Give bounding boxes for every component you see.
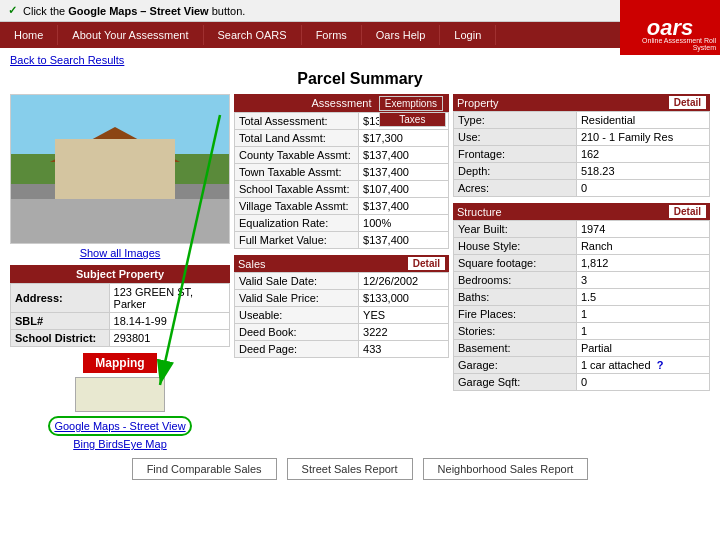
map-placeholder-area: [10, 377, 230, 412]
table-row: Town Taxable Assmt: $137,400: [235, 164, 449, 181]
sale-date-value: 12/26/2002: [359, 273, 449, 290]
structure-title: Structure: [457, 206, 502, 218]
nav-search[interactable]: Search OARS: [204, 25, 302, 45]
table-row: Full Market Value: $137,400: [235, 232, 449, 249]
village-taxable-value: $137,400: [359, 198, 449, 215]
school-district-label: School District:: [11, 330, 110, 347]
assessment-buttons: Exemptions Taxes: [379, 96, 446, 127]
taxes-button[interactable]: Taxes: [379, 112, 446, 127]
sqft-value: 1,812: [576, 255, 709, 272]
town-taxable-value: $137,400: [359, 164, 449, 181]
property-table: Type: Residential Use: 210 - 1 Family Re…: [453, 111, 710, 197]
bing-birds-eye-link[interactable]: Bing BirdsEye Map: [10, 438, 230, 450]
sales-section: Sales Detail Valid Sale Date: 12/26/2002…: [234, 255, 449, 358]
total-land-value: $17,300: [359, 130, 449, 147]
table-row: Equalization Rate: 100%: [235, 215, 449, 232]
table-row: Useable: YES: [235, 307, 449, 324]
nav-about[interactable]: About Your Assessment: [58, 25, 203, 45]
table-row: Baths: 1.5: [454, 289, 710, 306]
type-value: Residential: [576, 112, 709, 129]
table-row: County Taxable Assmt: $137,400: [235, 147, 449, 164]
type-label: Type:: [454, 112, 577, 129]
baths-value: 1.5: [576, 289, 709, 306]
sale-date-label: Valid Sale Date:: [235, 273, 359, 290]
table-row: Total Land Assmt: $17,300: [235, 130, 449, 147]
left-column: Show all Images Subject Property Address…: [10, 94, 230, 450]
county-taxable-label: County Taxable Assmt:: [235, 147, 359, 164]
sbl-label: SBL#: [11, 313, 110, 330]
table-row: Valid Sale Date: 12/26/2002: [235, 273, 449, 290]
town-taxable-label: Town Taxable Assmt:: [235, 164, 359, 181]
property-header: Property Detail: [453, 94, 710, 111]
property-title: Property: [457, 97, 499, 109]
find-comparable-button[interactable]: Find Comparable Sales: [132, 458, 277, 480]
main-content: Back to Search Results Parcel Summary Sh…: [0, 48, 720, 486]
depth-label: Depth:: [454, 163, 577, 180]
bottom-buttons: Find Comparable Sales Street Sales Repor…: [10, 458, 710, 480]
bedrooms-value: 3: [576, 272, 709, 289]
nav-login[interactable]: Login: [440, 25, 496, 45]
logo-subtext: Online Assessment Roll System: [620, 37, 716, 51]
street-sales-button[interactable]: Street Sales Report: [287, 458, 413, 480]
table-row: Valid Sale Price: $133,000: [235, 290, 449, 307]
sqft-label: Square footage:: [454, 255, 577, 272]
house-style-value: Ranch: [576, 238, 709, 255]
frontage-value: 162: [576, 146, 709, 163]
stories-value: 1: [576, 323, 709, 340]
page-title: Parcel Summary: [10, 70, 710, 88]
table-row: Depth: 518.23: [454, 163, 710, 180]
sbl-value: 18.14-1-99: [109, 313, 229, 330]
total-assessment-label: Total Assessment:: [235, 113, 359, 130]
total-land-label: Total Land Assmt:: [235, 130, 359, 147]
google-maps-street-view-link[interactable]: Google Maps - Street View: [54, 420, 185, 432]
property-image: [10, 94, 230, 244]
nav-forms[interactable]: Forms: [302, 25, 362, 45]
acres-value: 0: [576, 180, 709, 197]
house-style-label: House Style:: [454, 238, 577, 255]
neighborhood-sales-button[interactable]: Neighborhood Sales Report: [423, 458, 589, 480]
table-row: Bedrooms: 3: [454, 272, 710, 289]
sale-price-value: $133,000: [359, 290, 449, 307]
instruction-bar: ✓ Click the Google Maps – Street View bu…: [0, 0, 720, 22]
table-row: Acres: 0: [454, 180, 710, 197]
structure-table: Year Built: 1974 House Style: Ranch Squa…: [453, 220, 710, 391]
full-market-value: $137,400: [359, 232, 449, 249]
useable-value: YES: [359, 307, 449, 324]
table-row: School District: 293801: [11, 330, 230, 347]
table-row: Garage: 1 car attached ?: [454, 357, 710, 374]
basement-value: Partial: [576, 340, 709, 357]
school-district-value: 293801: [109, 330, 229, 347]
nav-help[interactable]: Oars Help: [362, 25, 441, 45]
nav-home[interactable]: Home: [0, 25, 58, 45]
table-row: SBL# 18.14-1-99: [11, 313, 230, 330]
exemptions-button[interactable]: Exemptions: [379, 96, 443, 111]
depth-value: 518.23: [576, 163, 709, 180]
back-to-search-link[interactable]: Back to Search Results: [10, 54, 124, 66]
table-row: Year Built: 1974: [454, 221, 710, 238]
middle-column: Assessment Exemptions Taxes Total Assess…: [234, 94, 449, 450]
village-taxable-label: Village Taxable Assmt:: [235, 198, 359, 215]
school-taxable-label: School Taxable Assmt:: [235, 181, 359, 198]
checkmark-icon: ✓: [8, 4, 17, 17]
help-icon[interactable]: ?: [657, 359, 664, 371]
baths-label: Baths:: [454, 289, 577, 306]
table-row: Frontage: 162: [454, 146, 710, 163]
structure-detail-button[interactable]: Detail: [669, 205, 706, 218]
address-label: Address:: [11, 284, 110, 313]
oars-logo: oars Online Assessment Roll System: [620, 0, 720, 55]
subject-property-header: Subject Property: [10, 265, 230, 283]
instruction-text: Click the Google Maps – Street View butt…: [23, 5, 245, 17]
frontage-label: Frontage:: [454, 146, 577, 163]
property-detail-button[interactable]: Detail: [669, 96, 706, 109]
use-label: Use:: [454, 129, 577, 146]
sales-detail-button[interactable]: Detail: [408, 257, 445, 270]
mapping-button[interactable]: Mapping: [83, 353, 156, 373]
year-built-label: Year Built:: [454, 221, 577, 238]
sales-table: Valid Sale Date: 12/26/2002 Valid Sale P…: [234, 272, 449, 358]
mapping-section: Mapping Google Maps - Street View Bing B…: [10, 353, 230, 450]
house-body: [55, 139, 175, 199]
show-all-images-link[interactable]: Show all Images: [10, 247, 230, 259]
table-row: School Taxable Assmt: $107,400: [235, 181, 449, 198]
subject-property-table: Address: 123 GREEN ST, Parker SBL# 18.14…: [10, 283, 230, 347]
deed-book-value: 3222: [359, 324, 449, 341]
